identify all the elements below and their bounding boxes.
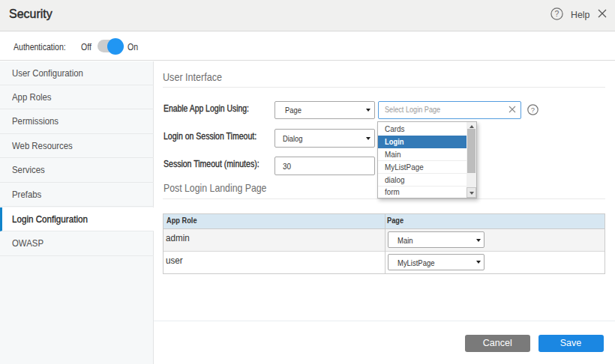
svg-text:?: ? — [555, 9, 560, 18]
svg-text:?: ? — [531, 106, 535, 114]
